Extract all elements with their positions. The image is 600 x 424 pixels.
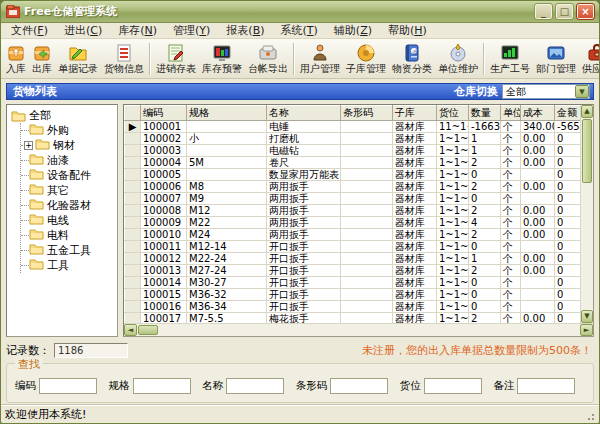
row-selector-cell[interactable] — [125, 313, 141, 324]
toolbar-button-goods-info[interactable]: 货物信息 — [101, 40, 147, 78]
row-selector-cell[interactable]: ▶ — [125, 121, 141, 133]
table-row[interactable]: ▶100001电锤器材库11~1~-1663.个340.00-565624消 — [125, 121, 581, 133]
row-selector-cell[interactable] — [125, 157, 141, 169]
column-header-货位[interactable]: 货位 — [437, 106, 469, 121]
toolbar-button-outbox[interactable]: 出库 — [29, 40, 55, 78]
expand-plus-icon[interactable]: + — [24, 141, 33, 150]
close-button[interactable]: × — [576, 3, 595, 20]
maximize-button[interactable]: □ — [555, 3, 574, 20]
horizontal-scrollbar[interactable]: ◄ ► — [124, 323, 593, 336]
search-input-编码[interactable] — [39, 378, 97, 394]
tree-item-工具[interactable]: 工具 — [21, 258, 117, 273]
tree-item-设备配件[interactable]: 设备配件 — [21, 168, 117, 183]
column-header-名称[interactable]: 名称 — [267, 106, 341, 121]
tree-item-油漆[interactable]: 油漆 — [21, 153, 117, 168]
toolbar-button-department[interactable]: 部门管理 — [533, 40, 579, 78]
table-row[interactable]: 100013M27-24开口扳手器材库1~1~42个0.000 — [125, 265, 581, 277]
menu-item-T[interactable]: 系统(T) — [273, 22, 326, 39]
row-selector-cell[interactable] — [125, 133, 141, 145]
warehouse-select[interactable]: 全部 ▼ — [502, 84, 590, 99]
table-row[interactable]: 100002小打磨机器材库1~1~11个0.000 — [125, 133, 581, 145]
toolbar-button-category[interactable]: @物资分类 — [389, 40, 435, 78]
table-row[interactable]: 100008M12两用扳手器材库1~1~42个0.000 — [125, 205, 581, 217]
table-row[interactable]: 100011M12-14开口扳手器材库1~1~40个0 — [125, 241, 581, 253]
row-selector-cell[interactable] — [125, 169, 141, 181]
table-row[interactable]: 100017M7-5.5梅花扳手器材库1~1~42个0.000 — [125, 313, 581, 324]
column-header-金额[interactable]: 金额 — [555, 106, 581, 121]
tree-item-root[interactable]: 全部 — [11, 108, 117, 123]
table-row[interactable]: 100010M24两用扳手器材库1~1~42个0.000 — [125, 229, 581, 241]
table-cell — [187, 169, 267, 181]
chevron-down-icon[interactable]: ▼ — [575, 85, 589, 98]
menu-item-F[interactable]: 文件(F) — [3, 22, 56, 39]
vertical-scrollbar[interactable]: ▲ ▼ — [580, 105, 593, 323]
search-input-条形码[interactable] — [330, 378, 388, 394]
toolbar-button-report[interactable]: 进销存表 — [153, 40, 199, 78]
row-selector-cell[interactable] — [125, 145, 141, 157]
column-header-子库[interactable]: 子库 — [393, 106, 437, 121]
row-selector-cell[interactable] — [125, 229, 141, 241]
toolbar-button-supplier[interactable]: 供应商 — [579, 40, 600, 78]
tree-item-电线[interactable]: 电线 — [21, 213, 117, 228]
table-row[interactable]: 100015M36-32开口扳手器材库1~1~40个0 — [125, 289, 581, 301]
column-header-条形码[interactable]: 条形码 — [341, 106, 393, 121]
column-header-数量[interactable]: 数量 — [469, 106, 501, 121]
table-row[interactable]: 100012M22-24开口扳手器材库1~1~41个0.000 — [125, 253, 581, 265]
table-row[interactable]: 100009M22两用扳手器材库1~1~44个0.000 — [125, 217, 581, 229]
hscroll-thumb[interactable] — [138, 325, 158, 335]
scroll-left-icon[interactable]: ◄ — [124, 324, 137, 336]
toolbar-button-sublibrary[interactable]: 子库管理 — [343, 40, 389, 78]
toolbar-button-records[interactable]: 单据记录 — [55, 40, 101, 78]
tree-item-五金工具[interactable]: 五金工具 — [21, 243, 117, 258]
table-row[interactable]: 100007M9两用扳手器材库1~1~40个0 — [125, 193, 581, 205]
column-header-编码[interactable]: 编码 — [141, 106, 187, 121]
row-selector-cell[interactable] — [125, 301, 141, 313]
row-selector-cell[interactable] — [125, 193, 141, 205]
table-row[interactable]: 100016M36-34开口扳手器材库1~1~40个0 — [125, 301, 581, 313]
row-selector-cell[interactable] — [125, 265, 141, 277]
row-selector-cell[interactable] — [125, 241, 141, 253]
table-row[interactable]: 100014M30-27开口扳手器材库1~1~40个0 — [125, 277, 581, 289]
tree-item-钢材[interactable]: +钢材 — [21, 138, 117, 153]
menu-item-Y[interactable]: 管理(Y) — [165, 22, 218, 39]
search-input-备注[interactable] — [517, 378, 575, 394]
row-selector-cell[interactable] — [125, 253, 141, 265]
row-selector-cell[interactable] — [125, 217, 141, 229]
toolbar-button-alert[interactable]: 库存预警 — [199, 40, 245, 78]
toolbar-button-export[interactable]: 台帐导出 — [245, 40, 291, 78]
resize-grip[interactable] — [583, 409, 595, 421]
row-selector-cell[interactable] — [125, 277, 141, 289]
tree-item-化验器材[interactable]: 化验器材 — [21, 198, 117, 213]
tree-item-电料[interactable]: 电料 — [21, 228, 117, 243]
row-selector-cell[interactable] — [125, 181, 141, 193]
search-input-名称[interactable] — [226, 378, 284, 394]
scroll-right-icon[interactable]: ► — [580, 324, 593, 336]
column-header-单位[interactable]: 单位 — [501, 106, 521, 121]
table-row[interactable]: 1000045M卷尺器材库1~1~12个0.000 — [125, 157, 581, 169]
toolbar-button-inbox[interactable]: 入库 — [3, 40, 29, 78]
search-input-规格[interactable] — [133, 378, 191, 394]
minimize-button[interactable]: _ — [534, 3, 553, 20]
menu-item-B[interactable]: 报表(B) — [218, 22, 272, 39]
scroll-down-icon[interactable]: ▼ — [581, 310, 593, 323]
tree-item-外购[interactable]: 外购 — [21, 123, 117, 138]
scroll-up-icon[interactable]: ▲ — [581, 105, 593, 118]
tree-item-其它[interactable]: 其它 — [21, 183, 117, 198]
table-row[interactable]: 100003电磁钻器材库1~1~11个0.000 — [125, 145, 581, 157]
menu-item-H[interactable]: 帮助(H) — [380, 22, 435, 39]
toolbar-button-users[interactable]: 用户管理 — [297, 40, 343, 78]
menu-item-Z[interactable]: 辅助(Z) — [326, 22, 380, 39]
table-row[interactable]: 100006M8两用扳手器材库1~1~42个0.000 — [125, 181, 581, 193]
vscroll-thumb[interactable] — [582, 119, 592, 183]
row-selector-cell[interactable] — [125, 205, 141, 217]
column-header-成本[interactable]: 成本 — [521, 106, 555, 121]
menu-item-C[interactable]: 进出(C) — [56, 22, 110, 39]
folder-icon — [29, 198, 47, 213]
search-input-货位[interactable] — [424, 378, 482, 394]
row-selector-cell[interactable] — [125, 289, 141, 301]
toolbar-button-factory[interactable]: 生产工号 — [487, 40, 533, 78]
menu-item-N[interactable]: 库存(N) — [110, 22, 165, 39]
table-row[interactable]: 100005数显家用万能表器材库1~1~10个0 — [125, 169, 581, 181]
column-header-规格[interactable]: 规格 — [187, 106, 267, 121]
toolbar-button-unit[interactable]: 单位维护 — [435, 40, 481, 78]
